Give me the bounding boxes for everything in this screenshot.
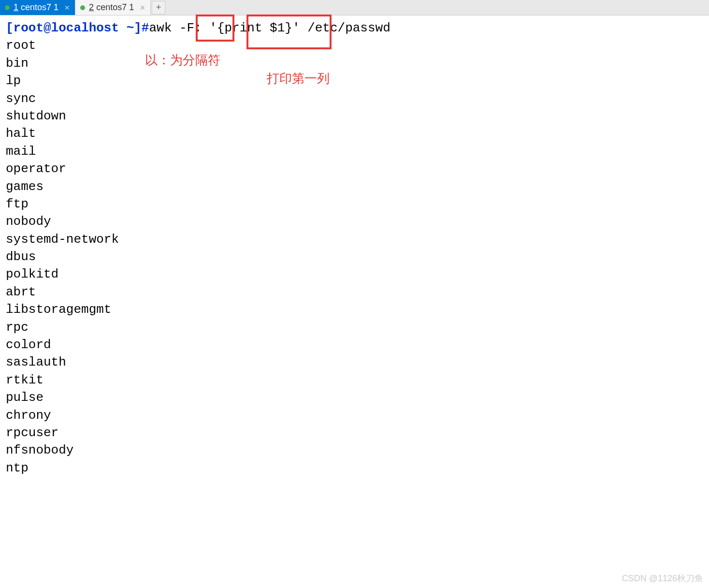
output-line: dbus	[6, 248, 703, 265]
command-quote1: '	[202, 21, 217, 35]
output-line: ntp	[6, 459, 703, 477]
output-line: ftp	[6, 195, 703, 213]
output-line: chrony	[6, 407, 703, 424]
prompt: [root@localhost ~]#	[6, 21, 149, 35]
output-line: rtkit	[6, 371, 703, 389]
output-line: rpc	[6, 319, 703, 336]
status-dot-icon	[5, 5, 10, 10]
command-print: {print $1}	[217, 21, 292, 35]
output-line: games	[6, 178, 703, 195]
output-line: halt	[6, 125, 703, 142]
tab-label: 2 centos7 1	[89, 2, 134, 13]
terminal-output: rootbinlpsyncshutdownhaltmailoperatorgam…	[6, 37, 703, 477]
output-line: colord	[6, 336, 703, 353]
output-line: lp	[6, 72, 703, 89]
tab-centos7-1-active[interactable]: 1 centos7 1 ✕	[0, 0, 75, 15]
output-line: abrt	[6, 283, 703, 301]
command-line: [root@localhost ~]#awk -F: '{print $1}' …	[6, 19, 703, 37]
output-line: saslauth	[6, 353, 703, 371]
command-awk: awk	[149, 21, 179, 35]
output-line: operator	[6, 160, 703, 177]
output-line: polkitd	[6, 265, 703, 283]
output-line: root	[6, 37, 703, 54]
output-line: nfsnobody	[6, 441, 703, 459]
new-tab-button[interactable]: +	[152, 1, 165, 15]
output-line: sync	[6, 90, 703, 107]
command-flag-F: -F:	[179, 21, 202, 35]
output-line: nobody	[6, 213, 703, 230]
command-file: ' /etc/passwd	[292, 21, 391, 35]
output-line: libstoragemgmt	[6, 301, 703, 318]
close-icon[interactable]: ✕	[140, 4, 145, 12]
close-icon[interactable]: ✕	[64, 4, 70, 12]
tab-label: 1 centos7 1	[14, 2, 58, 13]
status-dot-icon	[80, 5, 85, 10]
watermark: CSDN @1126秋刀鱼	[622, 573, 703, 584]
terminal-area[interactable]: [root@localhost ~]#awk -F: '{print $1}' …	[0, 15, 709, 481]
output-line: rpcuser	[6, 424, 703, 441]
output-line: pulse	[6, 389, 703, 406]
output-line: shutdown	[6, 107, 703, 125]
tab-centos7-1-inactive[interactable]: 2 centos7 1 ✕	[75, 0, 151, 15]
tab-bar: 1 centos7 1 ✕ 2 centos7 1 ✕ +	[0, 0, 709, 15]
output-line: systemd-network	[6, 231, 703, 248]
output-line: mail	[6, 143, 703, 160]
output-line: bin	[6, 55, 703, 72]
